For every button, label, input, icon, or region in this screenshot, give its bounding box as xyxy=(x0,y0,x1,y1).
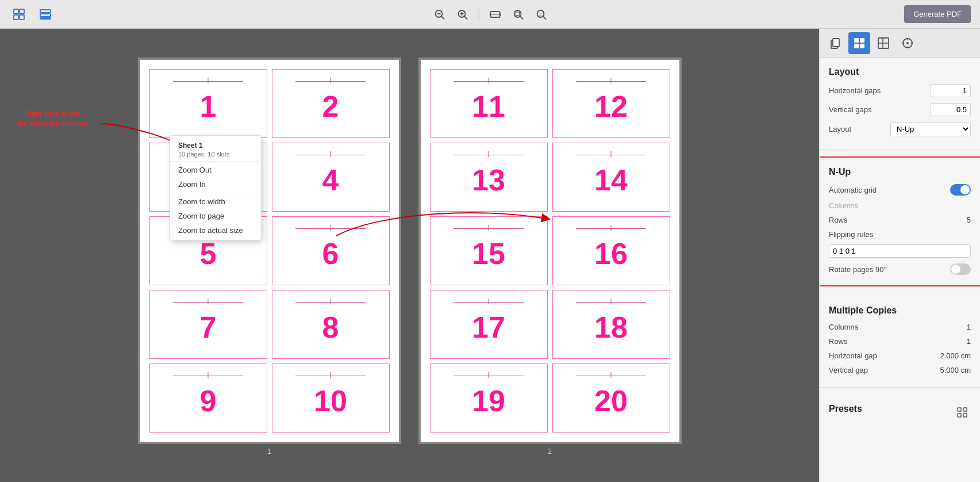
context-menu-header: Sheet 1 xyxy=(170,138,261,151)
toolbar-center: 1:1 xyxy=(430,5,550,24)
flipping-rules-row: Flipping rules xyxy=(829,230,971,239)
card-14: 14 xyxy=(552,143,670,212)
multiple-copies-title: Multiple Copies xyxy=(829,305,971,316)
zoom-out-btn[interactable] xyxy=(430,5,448,24)
svg-rect-19 xyxy=(516,12,519,16)
zoom-width-btn[interactable] xyxy=(486,5,504,24)
card-14-number: 14 xyxy=(594,163,628,197)
mc-columns-label: Columns xyxy=(829,323,858,331)
page-2: 11 12 13 xyxy=(418,58,682,456)
page-2-inner: 11 12 13 xyxy=(421,60,679,442)
svg-text:1:1: 1:1 xyxy=(539,12,544,16)
zoom-actual-btn[interactable]: 1:1 xyxy=(532,5,550,24)
pages-container: 1 2 3 xyxy=(138,58,682,456)
svg-rect-6 xyxy=(40,18,51,19)
card-11: 11 xyxy=(430,69,548,138)
svg-line-9 xyxy=(441,17,444,19)
zoom-in-icon xyxy=(456,9,468,20)
zoom-width-icon xyxy=(489,9,501,20)
panel-tab-marks-icon-btn[interactable] xyxy=(897,32,918,54)
svg-rect-2 xyxy=(14,15,18,20)
panel-tab-layout-icon-btn[interactable] xyxy=(873,32,894,54)
card-10-tick xyxy=(330,372,331,378)
card-12: 12 xyxy=(552,69,670,138)
mc-rows-value: 1 xyxy=(967,337,971,346)
presets-grid-btn[interactable] xyxy=(954,404,971,421)
canvas-area: Right click to get the sheet information xyxy=(0,29,819,482)
context-menu-item-zoom-page[interactable]: Zoom to page xyxy=(170,209,261,223)
card-10: 10 xyxy=(272,364,390,433)
layout-rows-icon-btn[interactable] xyxy=(36,5,55,24)
toolbar-right: Generate PDF xyxy=(904,5,971,23)
toolbar-divider xyxy=(478,7,479,21)
card-2-number: 2 xyxy=(322,89,339,124)
automatic-grid-row: Automatic grid xyxy=(829,184,971,196)
card-20: 20 xyxy=(552,364,670,433)
card-1-number: 1 xyxy=(200,89,217,124)
svg-rect-27 xyxy=(833,39,839,47)
toolbar: 1:1 Generate PDF xyxy=(0,0,980,29)
presets-row: Presets xyxy=(829,404,971,421)
context-menu-item-zoom-actual[interactable]: Zoom to actual size xyxy=(170,223,261,238)
card-10-number: 10 xyxy=(314,384,347,418)
page-1-wrapper: 1 2 3 xyxy=(138,58,401,444)
card-11-number: 11 xyxy=(472,89,505,124)
main-content: Right click to get the sheet information xyxy=(0,29,980,482)
nup-section: N-Up Automatic grid Columns Rows 5 Flipp… xyxy=(819,156,980,286)
automatic-grid-label: Automatic grid xyxy=(829,186,877,194)
nup-grid-icon xyxy=(853,37,866,49)
mc-vertical-gap-value: 5.000 cm xyxy=(940,366,971,374)
rotate-pages-toggle[interactable] xyxy=(950,263,971,275)
svg-rect-41 xyxy=(958,408,961,411)
columns-label: Columns xyxy=(829,201,858,210)
context-menu-item-zoom-out[interactable]: Zoom Out xyxy=(170,163,261,177)
card-19-tick xyxy=(489,372,489,378)
zoom-in-btn[interactable] xyxy=(453,5,471,24)
grid-icon xyxy=(13,8,25,21)
automatic-grid-toggle[interactable] xyxy=(950,184,971,196)
mc-columns-row: Columns 1 xyxy=(829,323,971,331)
nup-title: N-Up xyxy=(829,167,971,177)
svg-point-40 xyxy=(906,42,909,44)
panel-tab-grid-icon-btn[interactable] xyxy=(848,32,870,54)
layout-grid-icon-btn[interactable] xyxy=(9,5,29,24)
layout-type-select[interactable]: N-Up xyxy=(890,122,971,136)
mc-horizontal-gap-value: 2.000 cm xyxy=(940,351,971,360)
layout-type-label: Layout xyxy=(829,125,851,133)
columns-row: Columns xyxy=(829,201,971,210)
card-9: 9 xyxy=(149,364,267,433)
flipping-rules-input[interactable] xyxy=(829,244,971,258)
toolbar-left xyxy=(9,5,55,24)
svg-rect-31 xyxy=(860,44,864,48)
card-17-number: 17 xyxy=(472,310,505,345)
svg-rect-1 xyxy=(20,9,24,14)
layout-section: Layout Horizontal gaps Vertical gaps Lay… xyxy=(820,58,980,147)
card-19: 19 xyxy=(430,364,548,433)
svg-rect-44 xyxy=(963,414,967,417)
svg-rect-0 xyxy=(14,9,18,14)
generate-pdf-button[interactable]: Generate PDF xyxy=(904,5,971,23)
svg-rect-3 xyxy=(20,15,24,20)
card-6-tick xyxy=(330,225,331,231)
svg-rect-28 xyxy=(854,38,859,43)
context-menu: Sheet 1 10 pages, 10 slots Zoom Out Zoom… xyxy=(170,135,262,240)
rotate-pages-label: Rotate pages 90° xyxy=(829,265,887,274)
multiple-copies-section: Multiple Copies Columns 1 Rows 1 Horizon… xyxy=(820,296,980,385)
presets-label: Presets xyxy=(829,404,862,414)
horizontal-gaps-input[interactable] xyxy=(931,84,971,97)
presets-grid-icon xyxy=(957,407,967,418)
panel-tab-copy-icon-btn[interactable] xyxy=(824,32,846,54)
context-menu-item-zoom-in[interactable]: Zoom In xyxy=(170,177,261,192)
page-2-wrapper: 11 12 13 xyxy=(418,58,682,444)
zoom-actual-icon: 1:1 xyxy=(535,9,547,20)
mc-horizontal-gap-label: Horizontal gap xyxy=(829,351,877,360)
card-2: 2 xyxy=(272,69,390,138)
vertical-gaps-input[interactable] xyxy=(931,103,971,116)
zoom-page-btn[interactable] xyxy=(509,5,527,24)
panel-divider-3 xyxy=(820,387,980,388)
context-menu-item-zoom-width[interactable]: Zoom to width xyxy=(170,194,261,209)
rows-label: Rows xyxy=(829,216,848,224)
page-2-label: 2 xyxy=(418,447,682,456)
card-13-tick xyxy=(489,151,489,157)
card-19-number: 19 xyxy=(472,384,505,418)
